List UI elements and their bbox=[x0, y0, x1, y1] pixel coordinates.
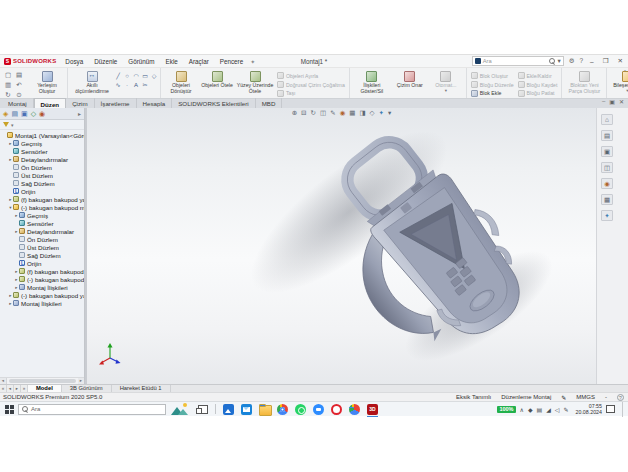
minimize-button[interactable]: – bbox=[588, 58, 596, 65]
file-explorer-icon[interactable]: ▣ bbox=[601, 146, 613, 157]
save-icon[interactable]: ▥ bbox=[3, 80, 13, 89]
tab-solidworks-eklentileri[interactable]: SOLIDWORKS Eklentileri bbox=[172, 98, 256, 108]
menu-gorunum[interactable]: Görünüm bbox=[127, 58, 155, 65]
tab-mbd[interactable]: MBD bbox=[256, 98, 283, 108]
design-library-icon[interactable]: ▤ bbox=[601, 130, 613, 141]
point-tool-icon[interactable]: · bbox=[123, 81, 131, 89]
ribbon-button-blogu-duzenle[interactable]: Bloğu Düzenle bbox=[469, 81, 516, 89]
spline-tool-icon[interactable]: ∿ bbox=[114, 81, 122, 89]
ribbon-button-blok-ekle[interactable]: Blok Ekle bbox=[469, 89, 516, 97]
volume-icon[interactable]: ◁ bbox=[555, 406, 560, 413]
tree-item[interactable]: ▸(-) bakugan bakupod eldiven a bbox=[2, 275, 84, 283]
ribbon-button-blogu-kaydet[interactable]: Bloğu Kaydet bbox=[516, 81, 560, 89]
dimxpertmanager-tab-icon[interactable]: ◇ bbox=[31, 108, 36, 120]
tree-item[interactable]: ▸Üst Düzlem bbox=[2, 243, 84, 251]
tree-item[interactable]: ▸Sensörler bbox=[2, 219, 84, 227]
graphics-viewport[interactable]: ⊕ ⊟ ↻ ◫ ✎ ◉ ▦ ◨ ◇ ✦ ▾ bbox=[87, 108, 596, 384]
whatsapp-app-icon[interactable] bbox=[295, 404, 306, 415]
solidworks-app-icon[interactable]: 3D bbox=[367, 404, 378, 415]
options-gear-icon[interactable]: ⚙ bbox=[569, 56, 575, 66]
ribbon-button-yerlesim-olustur[interactable]: Yerleşim Oluştur bbox=[29, 69, 65, 97]
ribbon-button-tasi[interactable]: Taşı bbox=[275, 89, 347, 97]
tab-cizim[interactable]: Çizim bbox=[66, 98, 94, 108]
weather-widget-icon[interactable] bbox=[170, 403, 190, 415]
tab-model[interactable]: Model bbox=[28, 385, 62, 392]
panel-horizontal-scrollbar[interactable]: ◂ ▸ bbox=[0, 377, 85, 384]
rectangle-tool-icon[interactable]: ▭ bbox=[141, 72, 149, 80]
hidden-icons-chevron-icon[interactable]: ∧ bbox=[520, 406, 524, 413]
line-tool-icon[interactable]: ╱ bbox=[114, 72, 122, 80]
rebuild-icon[interactable]: ↻ bbox=[3, 90, 13, 98]
tree-item[interactable]: ▸Detaylandırmalar bbox=[2, 155, 84, 163]
menu-dosya[interactable]: Dosya bbox=[64, 58, 84, 65]
ribbon-button-objeleri-donustur[interactable]: Objeleri Dönüştür bbox=[163, 69, 199, 97]
tab-hesapla[interactable]: Hesapla bbox=[137, 98, 173, 108]
ribbon-button-blok-olustur[interactable]: Blok Oluştur bbox=[469, 72, 516, 80]
solidworks-logo[interactable]: S SOLIDWORKS bbox=[4, 58, 56, 65]
pin-menu-icon[interactable]: ✦ bbox=[250, 58, 255, 65]
new-document-icon[interactable]: ▢ bbox=[3, 70, 13, 79]
custom-properties-icon[interactable]: ▦ bbox=[601, 194, 613, 205]
tree-item[interactable]: ▸(-) bakugan bakupod yan grenaj s bbox=[2, 291, 84, 299]
tab-scroll-left-icon[interactable]: ◂ bbox=[7, 385, 14, 392]
tab-hareket-etudu[interactable]: Hareket Etüdü 1 bbox=[112, 385, 171, 392]
units-label[interactable]: MMGS bbox=[576, 394, 595, 400]
3d-model-bakugan-bakupod[interactable] bbox=[87, 108, 596, 384]
opera-app-icon[interactable] bbox=[331, 404, 342, 415]
panel-expand-arrow-icon[interactable]: ▸ bbox=[78, 110, 81, 117]
ribbon-button-blogu-patlat[interactable]: Bloğu Patlat bbox=[516, 89, 560, 97]
network-icon[interactable]: ◢ bbox=[546, 406, 551, 413]
tree-item[interactable]: ▸Geçmiş bbox=[2, 139, 84, 147]
circle-tool-icon[interactable]: ○ bbox=[123, 72, 131, 80]
tab-scroll-right-icon[interactable]: ▸ bbox=[14, 385, 21, 392]
tab-scroll-last-icon[interactable]: » bbox=[21, 385, 28, 392]
photos-app-icon[interactable] bbox=[223, 404, 234, 415]
status-help-icon[interactable]: ? bbox=[617, 394, 624, 401]
ribbon-button-otomat[interactable]: Otomat... ▾ bbox=[428, 69, 464, 97]
tab-3b-gorunum[interactable]: 3B Görünüm bbox=[62, 385, 112, 392]
defender-icon[interactable]: ◆ bbox=[528, 406, 533, 413]
text-tool-icon[interactable]: A bbox=[132, 81, 140, 89]
polygon-tool-icon[interactable]: ◇ bbox=[150, 72, 158, 80]
open-icon[interactable]: ▤ bbox=[14, 70, 24, 79]
arc-tool-icon[interactable]: ◠ bbox=[132, 72, 140, 80]
tree-item[interactable]: ▸Orijin bbox=[2, 259, 84, 267]
menu-ekle[interactable]: Ekle bbox=[165, 58, 179, 65]
tree-filter[interactable]: ▾ bbox=[0, 120, 84, 130]
doc-minimize-button[interactable]: – bbox=[602, 98, 605, 105]
ribbon-button-yuzey-uzerinde-otele[interactable]: Yüzey Üzerinde Ötele bbox=[235, 69, 275, 97]
tab-isaretleme[interactable]: İşaretleme bbox=[95, 98, 137, 108]
doc-close-button[interactable]: ✕ bbox=[619, 98, 624, 105]
tree-item-subassembly[interactable]: ▾(-) bakugan bakupod montaj 1<1 bbox=[2, 203, 84, 211]
scrollbar-thumb[interactable] bbox=[9, 379, 76, 383]
ribbon-button-iliskileri-goster-sil[interactable]: İlişkileri Göster/Sil bbox=[352, 69, 392, 97]
tab-duzen[interactable]: Düzen bbox=[34, 98, 67, 108]
ribbon-collapse-icon[interactable]: ˆ bbox=[624, 69, 626, 75]
home-icon[interactable]: ⌂ bbox=[601, 114, 613, 125]
menu-araclar[interactable]: Araçlar bbox=[188, 58, 210, 65]
tree-item-mates[interactable]: ▸Montaj İlişkileri bbox=[2, 299, 84, 307]
tree-item[interactable]: ▸Üst Düzlem bbox=[2, 171, 84, 179]
appearances-scenes-icon[interactable]: ◉ bbox=[601, 178, 613, 189]
chrome-app-icon[interactable] bbox=[277, 404, 288, 415]
clock[interactable]: 07:55 20.08.2024 bbox=[575, 403, 602, 415]
start-button[interactable] bbox=[0, 402, 18, 417]
tree-item[interactable]: ▸Detaylandırmalar bbox=[2, 227, 84, 235]
menu-duzenle[interactable]: Düzenle bbox=[93, 58, 118, 65]
ribbon-button-cizim-onar[interactable]: Çizim Onar bbox=[392, 69, 428, 97]
tree-item[interactable]: ▸Sensörler bbox=[2, 147, 84, 155]
trim-tool-icon[interactable]: ✂ bbox=[141, 81, 149, 89]
close-button[interactable]: ✕ bbox=[616, 57, 625, 65]
view-palette-icon[interactable]: ◫ bbox=[601, 162, 613, 173]
forum-icon[interactable]: ✦ bbox=[601, 210, 613, 221]
ribbon-button-objeleri-otele[interactable]: Objeleri Ötele bbox=[199, 69, 235, 97]
tab-montaj[interactable]: Montaj bbox=[2, 98, 34, 108]
tree-item[interactable]: ▸Sağ Düzlem bbox=[2, 251, 84, 259]
configurationmanager-tab-icon[interactable]: ▣ bbox=[21, 108, 28, 120]
pen-icon[interactable]: ✎ bbox=[563, 406, 568, 413]
help-icon[interactable]: ? bbox=[579, 56, 583, 66]
chrome-profile-app-icon[interactable] bbox=[349, 404, 360, 415]
tree-item[interactable]: ▸Geçmiş bbox=[2, 211, 84, 219]
ribbon-button-ekle-kaldir[interactable]: Ekle/Kaldır bbox=[516, 72, 560, 80]
propertymanager-tab-icon[interactable]: ▤ bbox=[11, 108, 18, 120]
